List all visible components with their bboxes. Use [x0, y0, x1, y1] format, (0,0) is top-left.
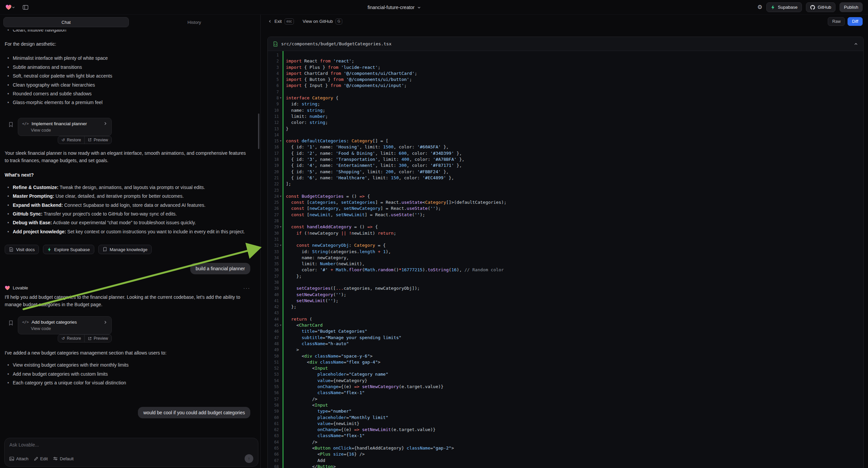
code-text: const defaultCategories: Category[] = [: [282, 138, 388, 144]
collapse-file-button[interactable]: [854, 42, 858, 46]
chat-scroll-area: Clean, intuitive navigation For the desi…: [0, 30, 260, 468]
bullet-item: GitHub Sync: Transfer your project's cod…: [5, 209, 253, 218]
composer-toolbar: Attach Edit: [9, 454, 253, 463]
exit-button[interactable]: Exit esc: [268, 19, 294, 25]
suggested-actions: Visit docs Explore Supabase Manage: [5, 245, 253, 254]
manage-knowledge-button[interactable]: Manage knowledge: [98, 245, 152, 254]
line-number: 63: [268, 433, 279, 439]
code-view-header: Exit esc View on GitHub G Raw Diff: [261, 15, 868, 28]
code-line: 68 </Button>: [268, 464, 863, 468]
code-text: const BudgetCategories = () => {: [282, 194, 370, 199]
fold-chevron-icon[interactable]: ▾: [279, 242, 282, 248]
preview-label: Preview: [94, 138, 108, 142]
code-text: type="number": [282, 408, 352, 414]
chat-panel: Chat History Clean, intuitive navigation…: [0, 15, 261, 468]
version-card-title: Implement financial planner: [32, 121, 101, 126]
diff-toggle-button[interactable]: Diff: [847, 17, 863, 26]
manage-knowledge-label: Manage knowledge: [110, 247, 148, 252]
view-code-label: View code: [22, 326, 107, 331]
line-number: 19: [268, 163, 279, 169]
github-button[interactable]: GitHub: [806, 2, 835, 12]
code-text: setCategories([...categories, newCategor…: [282, 285, 420, 291]
github-shortcut-badge: G: [336, 19, 342, 25]
file-path: src/components/budget/BudgetCategories.t…: [281, 41, 392, 46]
line-number: 9: [268, 101, 279, 107]
code-text: value={newLimit}: [282, 421, 359, 427]
fold-chevron-icon[interactable]: ▾: [279, 194, 282, 199]
supabase-button[interactable]: Supabase: [766, 2, 802, 12]
code-line: 41 setNewLimit('');: [268, 298, 863, 304]
code-text: <ChartCard: [282, 322, 323, 328]
restore-button[interactable]: ↺ Restore: [58, 136, 84, 144]
code-text: limit: Number(newLimit),: [282, 261, 365, 267]
chat-scrollbar-thumb[interactable]: [258, 114, 259, 149]
bookmark-icon[interactable]: [9, 320, 13, 327]
edit-button[interactable]: Edit: [34, 456, 48, 461]
tab-history[interactable]: History: [131, 17, 257, 27]
preview-button[interactable]: Preview: [84, 136, 112, 144]
fold-chevron-icon[interactable]: ▾: [279, 138, 282, 144]
bookmark-icon[interactable]: [9, 122, 13, 128]
external-link-icon: [88, 337, 92, 341]
line-number: 46: [268, 328, 279, 334]
topbar-right: ⚙ Supabase GitHub Publish: [757, 2, 863, 12]
file-header[interactable]: src/components/budget/BudgetCategories.t…: [268, 37, 863, 51]
code-line: 49 >: [268, 347, 863, 353]
tab-chat[interactable]: Chat: [3, 17, 129, 27]
file-code-icon: [273, 41, 278, 47]
fold-chevron-icon[interactable]: ▾: [279, 95, 282, 101]
restore-button[interactable]: ↺ Restore: [58, 335, 84, 342]
raw-toggle-button[interactable]: Raw: [828, 17, 845, 26]
line-number: 29: [268, 224, 279, 230]
code-text: value={newCategory}: [282, 378, 367, 384]
code-text: />: [282, 396, 317, 402]
code-text: onChange={(e) => setNewLimit(e.target.va…: [282, 427, 435, 433]
code-text: placeholder="Category name": [282, 371, 388, 377]
code-editor-body[interactable]: 12import React from 'react';3import { Pl…: [268, 51, 863, 468]
code-icon: </>: [22, 121, 29, 126]
code-text: { id: '4', name: 'Entertainment', limit:…: [282, 163, 462, 169]
lovable-heart-icon: [5, 4, 12, 10]
line-number: 8: [268, 95, 279, 101]
publish-button[interactable]: Publish: [839, 2, 863, 12]
visit-docs-button[interactable]: Visit docs: [5, 245, 39, 254]
line-number: 67: [268, 458, 279, 464]
explore-supabase-button[interactable]: Explore Supabase: [43, 245, 94, 254]
view-code-label: View code: [22, 127, 107, 133]
view-on-github-button[interactable]: View on GitHub G: [303, 19, 342, 25]
code-line: 22];: [268, 181, 863, 187]
project-menu[interactable]: financial-future-creator: [367, 0, 421, 15]
model-default-button[interactable]: Default: [53, 456, 73, 461]
main-split: Chat History Clean, intuitive navigation…: [0, 15, 868, 468]
code-text: name: newCategory,: [282, 255, 349, 261]
sidebar-toggle-button[interactable]: [23, 5, 29, 10]
code-line: 17 { id: '2', name: 'Food & Dining', lim…: [268, 150, 863, 156]
line-number: 50: [268, 353, 279, 359]
code-line: 57 />: [268, 396, 863, 402]
bullet-item: Add new budget categories with custom li…: [5, 370, 253, 378]
code-line: 43: [268, 310, 863, 316]
code-text: <div className="flex gap-4">: [282, 359, 380, 365]
code-line: 56 className="flex-1": [268, 390, 863, 396]
line-number: 41: [268, 298, 279, 304]
code-line: 12 color: string;: [268, 119, 863, 125]
line-number: 39: [268, 285, 279, 291]
chat-input[interactable]: [9, 442, 253, 454]
line-number: 42: [268, 304, 279, 310]
whats-next-heading: What's next?: [5, 172, 253, 178]
bullet-item: Each category gets a unique color for vi…: [5, 378, 253, 387]
code-text: ];: [282, 181, 291, 187]
message-options-button[interactable]: ···: [243, 285, 250, 291]
version-card-add-budget-categories[interactable]: </> Add budget categories View code: [18, 316, 112, 334]
code-line: 45▾ <ChartCard: [268, 322, 863, 328]
code-text: const [newLimit, setNewLimit] = React.us…: [282, 212, 425, 218]
preview-button[interactable]: Preview: [84, 335, 112, 342]
attach-button[interactable]: Attach: [9, 456, 29, 461]
send-button[interactable]: ↑: [245, 454, 253, 463]
version-card-implement-financial-planner[interactable]: </> Implement financial planner View cod…: [18, 118, 112, 136]
fold-chevron-icon[interactable]: ▾: [279, 224, 282, 230]
diff-added-gutter-bar: [282, 51, 283, 468]
fold-chevron-icon[interactable]: ▾: [279, 322, 282, 328]
settings-button[interactable]: ⚙: [757, 4, 762, 11]
lovable-logo-menu-button[interactable]: [5, 4, 15, 10]
